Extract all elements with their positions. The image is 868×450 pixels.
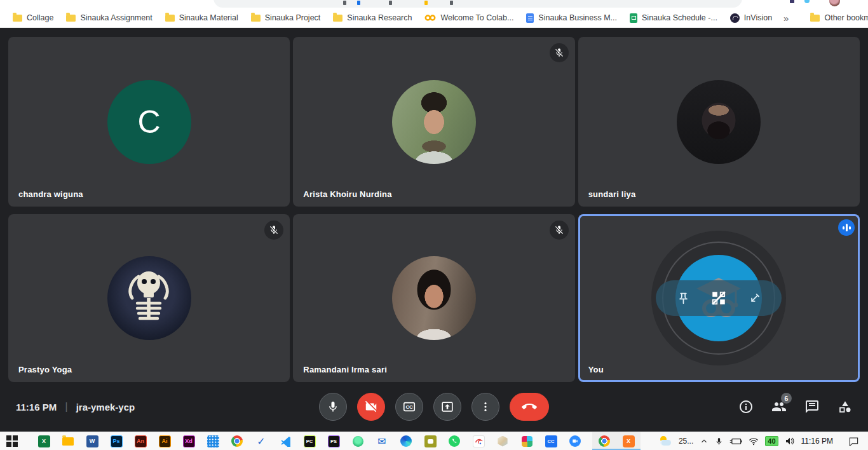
taskbar-mail[interactable]: ✉ — [370, 432, 394, 450]
folder-icon — [251, 15, 261, 22]
participant-name: Ramandani Irma sari — [303, 365, 387, 374]
bookmark-sinauka-schedule[interactable]: Sinauka Schedule -... — [623, 10, 724, 25]
bookmark-label: Sinauka Schedule -... — [642, 13, 717, 22]
participant-name: You — [588, 365, 604, 374]
extension-icon[interactable] — [790, 0, 794, 3]
bookmark-sinauka-assignment[interactable]: Sinauka Assignment — [60, 10, 158, 25]
taskbar-cc-app[interactable]: CC — [539, 432, 563, 450]
pycharm-icon: PC — [304, 435, 316, 447]
taskbar-file-explorer[interactable] — [56, 432, 80, 450]
taskbar-zoom[interactable] — [563, 432, 587, 450]
taskbar-edge[interactable] — [394, 432, 418, 450]
action-center-icon[interactable] — [848, 437, 859, 446]
taskbar-photoshop[interactable]: Ps — [104, 432, 128, 450]
taskbar-screen-recorder[interactable] — [418, 432, 442, 450]
start-button[interactable] — [0, 432, 24, 450]
taskbar-adobe-xd[interactable]: Xd — [177, 432, 201, 450]
participant-tile[interactable]: Prastyo Yoga — [8, 214, 290, 382]
tray-mic-icon[interactable] — [715, 437, 723, 446]
colab-icon — [424, 14, 436, 22]
videocam-off-icon — [364, 400, 378, 414]
weather-icon[interactable] — [660, 436, 672, 446]
chat-button[interactable] — [804, 399, 820, 414]
taskbar-slack[interactable] — [515, 432, 539, 450]
mic-off-icon — [554, 225, 564, 235]
tray-battery-icon[interactable] — [729, 437, 742, 446]
bookmarks-overflow-chevron[interactable]: » — [778, 13, 794, 24]
camera-off-button[interactable] — [357, 393, 385, 421]
taskbar-illustrator[interactable]: Ai — [153, 432, 177, 450]
bookmark-sinauka-material[interactable]: Sinauka Material — [159, 10, 245, 25]
mic-muted-badge — [550, 221, 569, 240]
activities-button[interactable] — [837, 399, 853, 414]
taskbar-hexagon-app[interactable] — [491, 432, 515, 450]
participant-tile[interactable]: C chandra wiguna — [8, 37, 290, 207]
taskbar-pycharm[interactable]: PC — [297, 432, 322, 450]
taskbar-chrome[interactable] — [225, 432, 249, 450]
taskbar-todo[interactable]: ✓ — [249, 432, 273, 450]
more-options-button[interactable] — [471, 393, 499, 421]
participants-button[interactable]: 6 — [771, 399, 787, 414]
folder-icon — [13, 15, 22, 22]
bookmark-colab[interactable]: Welcome To Colab... — [418, 10, 520, 25]
taskbar-word[interactable]: W — [80, 432, 104, 450]
captions-button[interactable]: CC — [395, 393, 423, 421]
bookmark-label: Sinauka Material — [179, 13, 238, 22]
participant-tile[interactable]: Ramandani Irma sari — [293, 214, 574, 382]
taskbar-vscode[interactable] — [273, 432, 297, 450]
bookmark-label: Sinauka Assignment — [80, 13, 152, 22]
bookmark-collage[interactable]: Collage — [6, 10, 60, 25]
invision-icon — [730, 13, 740, 23]
participant-tile[interactable]: Arista Khoiru Nurdina — [293, 37, 574, 207]
participant-tile-you[interactable]: You — [578, 214, 860, 382]
minimize-icon[interactable] — [748, 292, 761, 305]
tray-wifi-icon[interactable] — [749, 437, 759, 446]
bookmark-label: Sinauka Research — [347, 13, 412, 22]
taskbar-chrome-open[interactable] — [592, 432, 616, 450]
bookmark-sinauka-project[interactable]: Sinauka Project — [245, 10, 327, 25]
remove-tile-icon[interactable] — [710, 290, 727, 306]
folder-icon — [165, 15, 175, 22]
pin-icon[interactable] — [677, 292, 690, 305]
tray-clock[interactable]: 11:16 PM — [801, 437, 833, 446]
participant-name: Arista Khoiru Nurdina — [303, 189, 391, 199]
google-sheets-icon — [630, 13, 637, 23]
taskbar-phpstorm[interactable]: PS — [322, 432, 346, 450]
tray-chevron-up-icon[interactable] — [700, 437, 709, 446]
other-bookmarks[interactable]: Other bookmarks — [804, 10, 868, 25]
meet-call-area: C chandra wiguna Arista Khoiru Nurdina s… — [0, 28, 868, 432]
taskbar-animate[interactable]: An — [128, 432, 153, 450]
other-bookmarks-label: Other bookmarks — [824, 13, 868, 22]
browser-toolbar-strip — [0, 0, 868, 8]
more-vert-icon — [479, 400, 492, 413]
extension-icon[interactable] — [804, 0, 810, 3]
taskbar-drawing-app[interactable] — [466, 432, 491, 450]
weather-temp[interactable]: 25... — [679, 437, 693, 446]
avatar-photo — [677, 80, 761, 164]
bookmark-sinauka-business[interactable]: Sinauka Business M... — [520, 10, 623, 25]
folder-icon — [66, 15, 76, 22]
leave-call-button[interactable] — [510, 393, 549, 421]
mic-button[interactable] — [319, 393, 347, 421]
cc-app-icon: CC — [545, 435, 557, 447]
present-button[interactable] — [433, 393, 461, 421]
taskbar-android[interactable] — [346, 432, 370, 450]
taskbar-xampp[interactable]: X — [616, 432, 641, 450]
bookmark-invision[interactable]: InVision — [724, 10, 778, 25]
taskbar-whatsapp[interactable] — [442, 432, 466, 450]
taskbar-excel[interactable]: X — [32, 432, 56, 450]
browser-profile-avatar[interactable] — [829, 0, 840, 6]
battery-percent-badge[interactable]: 40 — [765, 436, 778, 446]
mic-muted-badge — [550, 43, 569, 62]
bookmark-sinauka-research[interactable]: Sinauka Research — [327, 10, 418, 25]
captions-icon: CC — [402, 400, 416, 414]
meeting-details-button[interactable] — [738, 399, 754, 414]
mic-muted-badge — [264, 221, 283, 240]
tray-volume-icon[interactable] — [785, 437, 795, 446]
participant-name: sundari liya — [588, 189, 636, 199]
windows-logo-icon — [6, 435, 18, 447]
participant-tile[interactable]: sundari liya — [578, 37, 860, 207]
address-bar[interactable] — [214, 0, 742, 8]
taskbar-calendar[interactable] — [201, 432, 225, 450]
avatar-photo — [392, 256, 476, 340]
